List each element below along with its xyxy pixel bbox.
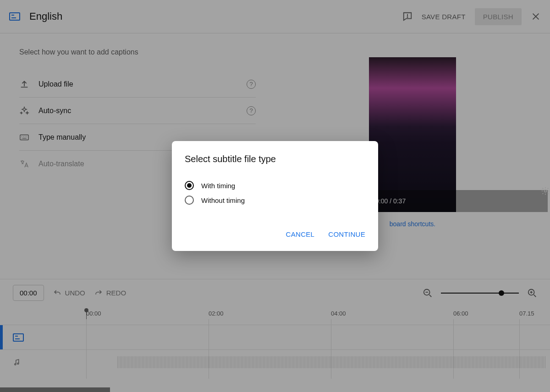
subtitle-file-type-dialog: Select subtitle file type With timing Wi… [172,141,378,251]
radio-label: Without timing [201,196,245,204]
radio-label: With timing [201,182,235,190]
radio-icon [185,181,194,190]
radio-icon [185,196,194,205]
radio-without-timing[interactable]: Without timing [185,196,365,205]
continue-button[interactable]: CONTINUE [328,230,365,238]
dialog-title: Select subtitle file type [185,154,365,164]
modal-overlay[interactable]: Select subtitle file type With timing Wi… [0,0,550,392]
radio-with-timing[interactable]: With timing [185,181,365,190]
cancel-button[interactable]: CANCEL [286,230,315,238]
